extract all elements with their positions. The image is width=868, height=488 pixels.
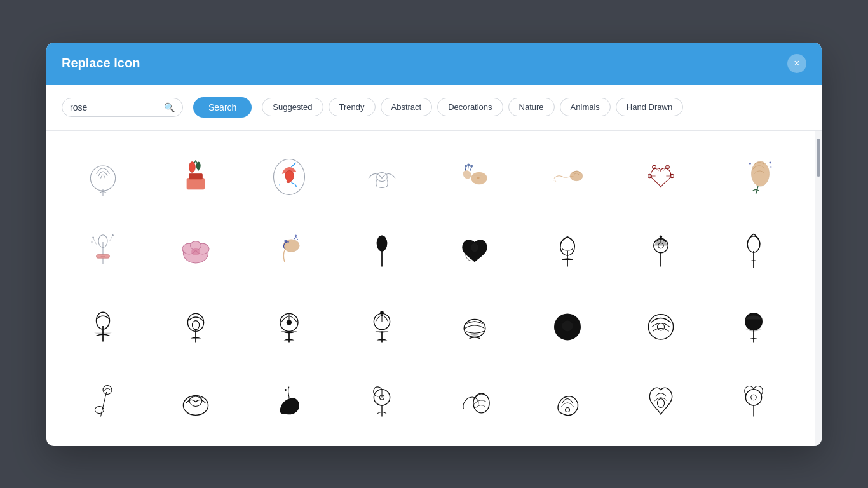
icon-cell[interactable] — [248, 141, 330, 211]
icons-grid-wrapper[interactable] — [46, 131, 815, 446]
icon-cell[interactable] — [154, 366, 237, 436]
icon-cell[interactable] — [248, 366, 330, 436]
icon-cell[interactable] — [248, 291, 330, 361]
replace-icon-modal: Replace Icon × 🔍 Search Suggested Trendy… — [46, 43, 822, 446]
icon-cell[interactable] — [712, 141, 795, 211]
svg-point-14 — [570, 171, 583, 180]
svg-point-60 — [188, 313, 204, 331]
icon-cell[interactable] — [62, 141, 144, 211]
filter-tag-suggested[interactable]: Suggested — [262, 98, 323, 116]
icon-cell[interactable] — [712, 291, 795, 361]
svg-point-12 — [467, 163, 470, 166]
icon-cell[interactable] — [712, 216, 795, 286]
svg-point-4 — [189, 161, 196, 172]
icon-cell[interactable] — [620, 291, 702, 361]
icon-cell[interactable] — [341, 141, 423, 211]
icon-cell[interactable] — [341, 216, 423, 286]
svg-point-8 — [376, 172, 387, 181]
svg-point-5 — [196, 161, 201, 170]
icons-grid — [62, 141, 800, 436]
icon-cell[interactable] — [341, 366, 423, 436]
svg-point-87 — [751, 395, 756, 400]
modal-toolbar: 🔍 Search Suggested Trendy Abstract Decor… — [46, 85, 822, 131]
icon-cell[interactable] — [620, 216, 702, 286]
svg-point-79 — [189, 395, 202, 406]
svg-line-35 — [93, 238, 97, 245]
close-button[interactable]: × — [787, 54, 806, 73]
filter-tags-container: Suggested Trendy Abstract Decorations Na… — [262, 98, 683, 116]
svg-point-26 — [769, 161, 771, 163]
icon-cell[interactable] — [154, 291, 237, 361]
svg-line-7 — [291, 163, 295, 167]
svg-rect-2 — [187, 178, 205, 189]
scrollbar-thumb[interactable] — [817, 139, 820, 177]
svg-line-36 — [110, 235, 113, 241]
search-button[interactable]: Search — [193, 97, 252, 118]
filter-tag-trendy[interactable]: Trendy — [329, 98, 376, 116]
modal-body — [46, 131, 822, 446]
icon-cell[interactable] — [62, 366, 144, 436]
svg-point-34 — [91, 241, 92, 242]
svg-point-54 — [659, 235, 661, 238]
svg-point-61 — [193, 320, 200, 329]
modal-header: Replace Icon × — [46, 43, 822, 85]
svg-point-84 — [566, 407, 570, 412]
search-input[interactable] — [70, 102, 159, 112]
icon-cell[interactable] — [433, 291, 516, 361]
svg-point-13 — [470, 165, 473, 167]
icon-cell[interactable] — [526, 366, 609, 436]
svg-point-0 — [90, 165, 115, 190]
svg-point-11 — [465, 165, 467, 167]
svg-rect-3 — [189, 173, 203, 179]
svg-point-64 — [286, 320, 291, 325]
svg-point-86 — [745, 389, 761, 405]
icon-cell[interactable] — [526, 216, 609, 286]
filter-tag-animals[interactable]: Animals — [560, 98, 611, 116]
svg-point-44 — [294, 234, 297, 237]
svg-point-74 — [745, 313, 763, 330]
icon-cell[interactable] — [433, 366, 516, 436]
icon-cell[interactable] — [154, 216, 237, 286]
icon-cell[interactable] — [526, 291, 609, 361]
svg-point-83 — [473, 393, 489, 413]
svg-point-25 — [749, 163, 751, 165]
icon-cell[interactable] — [154, 141, 237, 211]
icon-cell[interactable] — [526, 141, 609, 211]
svg-point-70 — [562, 320, 573, 331]
icon-cell[interactable] — [433, 216, 516, 286]
search-icon: 🔍 — [164, 102, 175, 112]
icon-cell[interactable] — [712, 366, 795, 436]
scrollbar[interactable] — [815, 131, 822, 446]
filter-tag-nature[interactable]: Nature — [508, 98, 555, 116]
svg-point-10 — [477, 176, 480, 179]
icon-cell[interactable] — [433, 141, 516, 211]
search-wrapper: 🔍 — [62, 98, 183, 117]
modal-overlay: Replace Icon × 🔍 Search Suggested Trendy… — [0, 0, 868, 488]
svg-point-85 — [657, 398, 664, 407]
svg-point-41 — [191, 248, 200, 255]
svg-point-67 — [380, 311, 384, 315]
svg-point-47 — [471, 243, 478, 252]
svg-point-43 — [284, 240, 287, 242]
icon-cell[interactable] — [62, 291, 144, 361]
icon-cell[interactable] — [341, 291, 423, 361]
modal-title: Replace Icon — [62, 56, 140, 71]
icon-cell[interactable] — [620, 141, 702, 211]
icon-cell[interactable] — [620, 366, 702, 436]
svg-point-72 — [657, 323, 664, 330]
icon-cell[interactable] — [62, 216, 144, 286]
filter-tag-hand-drawn[interactable]: Hand Drawn — [616, 98, 683, 116]
svg-point-27 — [770, 166, 771, 167]
svg-point-77 — [103, 385, 112, 394]
svg-point-78 — [184, 395, 208, 415]
filter-tag-decorations[interactable]: Decorations — [437, 98, 503, 116]
svg-point-23 — [751, 161, 769, 186]
filter-tag-abstract[interactable]: Abstract — [381, 98, 433, 116]
icon-cell[interactable] — [248, 216, 330, 286]
